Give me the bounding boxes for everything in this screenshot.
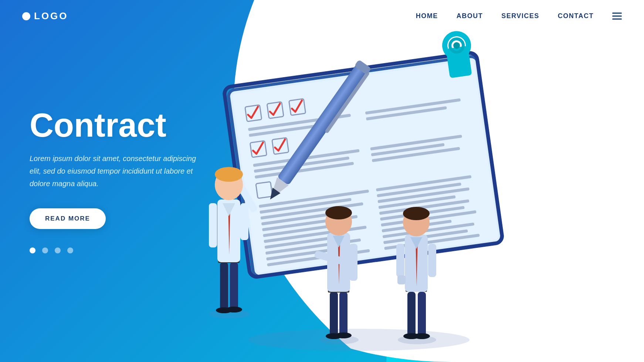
svg-point-54 bbox=[226, 307, 242, 313]
dot-4[interactable] bbox=[67, 247, 73, 253]
svg-point-62 bbox=[215, 167, 243, 182]
page-wrapper: LOGO HOME ABOUT SERVICES CONTACT Contrac… bbox=[0, 0, 644, 362]
slide-dots bbox=[30, 247, 200, 253]
navbar: LOGO HOME ABOUT SERVICES CONTACT bbox=[0, 0, 644, 32]
dot-3[interactable] bbox=[55, 247, 61, 253]
svg-rect-85 bbox=[396, 244, 404, 277]
hero-content: Contract Lorem ipsum dolor sit amet, con… bbox=[30, 109, 200, 253]
logo-text: LOGO bbox=[34, 10, 68, 22]
svg-point-68 bbox=[335, 332, 352, 338]
svg-rect-78 bbox=[407, 292, 416, 336]
read-more-button[interactable]: READ MORE bbox=[30, 208, 106, 229]
nav-contact[interactable]: CONTACT bbox=[558, 12, 594, 20]
hamburger-menu-icon[interactable] bbox=[612, 13, 622, 20]
dot-2[interactable] bbox=[42, 247, 48, 253]
svg-rect-65 bbox=[330, 292, 338, 336]
svg-point-75 bbox=[325, 206, 352, 219]
illustration-area bbox=[122, 30, 644, 362]
hero-title: Contract bbox=[30, 109, 200, 142]
nav-links: HOME ABOUT SERVICES CONTACT bbox=[416, 12, 622, 20]
dot-1[interactable] bbox=[30, 247, 35, 253]
nav-about[interactable]: ABOUT bbox=[457, 12, 483, 20]
svg-point-81 bbox=[414, 333, 430, 339]
svg-rect-66 bbox=[339, 292, 348, 336]
logo: LOGO bbox=[22, 10, 68, 22]
nav-services[interactable]: SERVICES bbox=[501, 12, 539, 20]
svg-rect-59 bbox=[240, 203, 248, 240]
hero-description: Lorem ipsum dolor sit amet, consectetur … bbox=[30, 152, 200, 190]
svg-rect-86 bbox=[428, 244, 436, 277]
svg-point-89 bbox=[403, 207, 430, 220]
svg-rect-58 bbox=[209, 203, 217, 247]
logo-dot bbox=[22, 12, 30, 20]
svg-rect-79 bbox=[418, 292, 426, 336]
svg-rect-87 bbox=[397, 275, 406, 284]
svg-rect-52 bbox=[230, 262, 238, 310]
nav-home[interactable]: HOME bbox=[416, 12, 438, 20]
svg-rect-51 bbox=[220, 262, 228, 310]
svg-rect-73 bbox=[349, 244, 357, 281]
